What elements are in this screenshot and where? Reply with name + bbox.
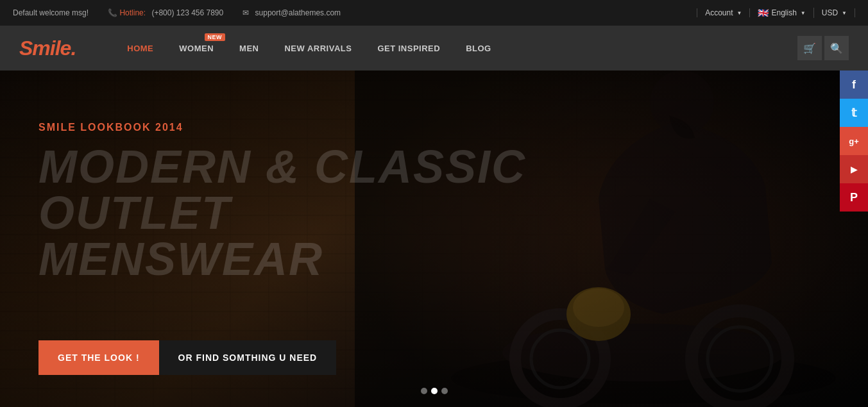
youtube-button[interactable]: ▶ — [840, 155, 868, 183]
search-button[interactable]: 🔍 — [824, 36, 849, 60]
hotline-info: 📞 Hotline: (+800) 123 456 7890 — [108, 8, 223, 17]
nav-women[interactable]: New WOMEN — [166, 26, 226, 71]
top-bar-right: Account ▼ 🇬🇧 English ▼ USD ▼ — [697, 8, 855, 18]
slider-dot-1[interactable] — [421, 388, 427, 394]
cart-button[interactable]: 🛒 — [797, 36, 822, 60]
nav-home[interactable]: HOME — [114, 26, 166, 71]
currency-label: USD — [822, 8, 838, 17]
get-the-look-button[interactable]: GET THE LOOK ! — [38, 340, 159, 375]
flag-icon: 🇬🇧 — [758, 8, 769, 18]
hero-section: SMILE LOOKBOOK 2014 MODERN & CLASSIC OUT… — [0, 71, 868, 407]
language-arrow-icon: ▼ — [801, 10, 806, 16]
account-label: Account — [705, 8, 733, 17]
currency-arrow-icon: ▼ — [842, 10, 847, 16]
main-nav: HOME New WOMEN MEN NEW ARRIVALS GET INSP… — [114, 26, 797, 71]
nav-men[interactable]: MEN — [226, 26, 271, 71]
hero-title-line2: OUTLET — [38, 190, 526, 236]
hero-buttons: GET THE LOOK ! OR FIND SOMTHING U NEED — [38, 340, 336, 375]
new-badge: New — [205, 33, 226, 41]
nav-new-arrivals[interactable]: NEW ARRIVALS — [271, 26, 364, 71]
hotline-number: (+800) 123 456 7890 — [151, 8, 223, 17]
top-bar: Default welcome msg! 📞 Hotline: (+800) 1… — [0, 0, 868, 26]
logo[interactable]: Smile. — [19, 37, 76, 60]
email-info: ✉ support@alathemes.com — [243, 8, 341, 17]
find-something-button[interactable]: OR FIND SOMTHING U NEED — [159, 340, 337, 375]
language-button[interactable]: 🇬🇧 English ▼ — [750, 8, 813, 18]
phone-icon: 📞 — [108, 8, 117, 17]
welcome-message: Default welcome msg! — [13, 8, 89, 17]
facebook-button[interactable]: f — [840, 71, 868, 99]
social-sidebar: f 𝕥 g+ ▶ P — [840, 71, 868, 212]
hero-content: SMILE LOOKBOOK 2014 MODERN & CLASSIC OUT… — [38, 122, 526, 282]
account-arrow-icon: ▼ — [737, 10, 742, 16]
nav-icons: 🛒 🔍 — [797, 36, 849, 60]
header: Smile. HOME New WOMEN MEN NEW ARRIVALS G… — [0, 26, 868, 71]
account-button[interactable]: Account ▼ — [697, 8, 750, 17]
email-icon: ✉ — [243, 8, 249, 17]
hero-title-line3: MENSWEAR — [38, 236, 526, 282]
slider-dot-2[interactable] — [431, 388, 438, 394]
hero-title: MODERN & CLASSIC OUTLET MENSWEAR — [38, 144, 526, 282]
nav-get-inspired[interactable]: GET INSPIRED — [364, 26, 453, 71]
hero-subtitle: SMILE LOOKBOOK 2014 — [38, 122, 526, 133]
googleplus-button[interactable]: g+ — [840, 127, 868, 155]
slider-dot-3[interactable] — [441, 388, 448, 394]
hotline-label: Hotline: — [119, 8, 146, 17]
slider-dots — [421, 388, 448, 394]
currency-button[interactable]: USD ▼ — [814, 8, 855, 17]
twitter-button[interactable]: 𝕥 — [840, 99, 868, 127]
language-label: English — [771, 8, 796, 17]
pinterest-button[interactable]: P — [840, 183, 868, 212]
logo-dot: . — [71, 37, 76, 60]
logo-text: Smile — [19, 37, 71, 60]
email-address: support@alathemes.com — [255, 8, 341, 17]
nav-blog[interactable]: BLOG — [453, 26, 504, 71]
hero-title-line1: MODERN & CLASSIC — [38, 144, 526, 190]
top-bar-left: Default welcome msg! 📞 Hotline: (+800) 1… — [13, 8, 341, 17]
